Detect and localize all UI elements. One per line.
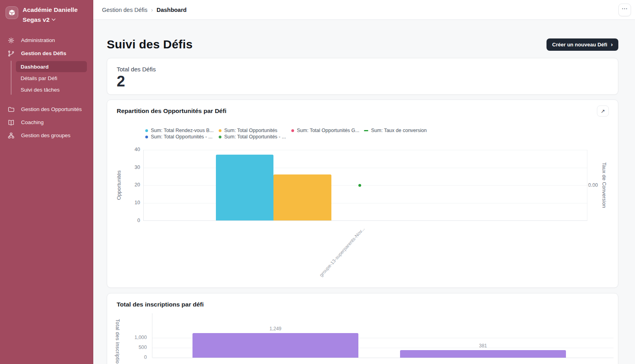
sidebar-item-gestion-des-opportunites[interactable]: Gestion des Opportunités	[0, 103, 93, 116]
sidebar-item-label: Coaching	[21, 119, 44, 125]
sidebar-item-label: Gestion des Défis	[21, 50, 66, 56]
legend-item-opportunites-2[interactable]: Sum: Total Opportunités - ...	[145, 134, 212, 140]
legend-dash-icon	[364, 130, 368, 131]
sidebar-item-label: Administration	[21, 37, 55, 43]
y-axis-tick: 20	[123, 182, 140, 188]
sidebar-item-dashboard[interactable]: Dashboard	[16, 61, 87, 72]
cube-logo-icon	[8, 9, 16, 17]
page-title: Suivi des Défis	[107, 38, 192, 51]
gridline	[144, 168, 587, 168]
workspace-name: Académie Danielle Segas v2	[23, 5, 87, 24]
breadcrumb-parent[interactable]: Gestion des Défis	[102, 7, 147, 13]
y-axis-tick: 0	[127, 354, 147, 360]
y-axis-tick: 0	[123, 218, 140, 223]
sidebar-item-label: Gestion des groupes	[21, 132, 71, 138]
gear-icon	[8, 37, 14, 44]
sidebar-item-coaching[interactable]: Coaching	[0, 116, 93, 129]
bar-value-label: 381	[479, 343, 487, 349]
gridline	[144, 185, 595, 186]
legend-dot-icon	[219, 129, 221, 132]
page-header: Suivi des Défis Créer un nouveau Défi ›	[107, 38, 618, 51]
create-defi-button[interactable]: Créer un nouveau Défi ›	[546, 38, 618, 51]
more-icon: ⋯	[622, 5, 628, 12]
stats-label: Total des Défis	[117, 66, 608, 73]
y-axis-tick: 500	[127, 345, 147, 350]
y-axis-label-left: Opportunités	[116, 171, 122, 200]
legend-dot-icon	[291, 129, 294, 132]
total-defis-card: Total des Défis 2	[107, 58, 618, 95]
y-axis-tick: 10	[123, 200, 140, 205]
y-axis-tick: 40	[123, 147, 140, 152]
y-axis-tick: 1,000	[127, 335, 147, 340]
expand-chart-button[interactable]: ↗	[597, 105, 609, 117]
chevron-right-icon: ›	[151, 6, 153, 13]
legend-item-opportunites[interactable]: Sum: Total Opportunités	[219, 128, 277, 133]
taux-conversion-point	[358, 184, 361, 187]
y-axis-label: Total des inscriptions	[115, 319, 120, 364]
sidebar: Académie Danielle Segas v2 Administratio…	[0, 0, 93, 364]
legend-dot-icon	[219, 136, 221, 138]
book-icon	[8, 119, 14, 126]
folder-icon	[8, 106, 14, 113]
sidebar-item-suivi-des-taches[interactable]: Suivi des tâches	[16, 84, 87, 95]
gridline	[152, 358, 614, 358]
opportunites-chart-card: Repartition des Opportunités par Défi ↗ …	[107, 100, 618, 288]
sidebar-item-gestion-des-defis[interactable]: Gestion des Défis	[0, 47, 93, 60]
y-axis-tick: 30	[123, 165, 140, 170]
sidebar-item-gestion-des-groupes[interactable]: Gestion des groupes	[0, 129, 93, 142]
org-icon	[8, 132, 14, 139]
legend-item-taux-conversion[interactable]: Sum: Taux de conversion	[364, 128, 427, 133]
main-area: Gestion des Défis › Dashboard ⋯ Suivi de…	[93, 0, 635, 364]
sidebar-item-details-par-defi[interactable]: Détails par Défi	[16, 73, 87, 84]
page-content: Suivi des Défis Créer un nouveau Défi › …	[93, 20, 635, 364]
sidebar-item-label: Gestion des Opportunités	[21, 106, 82, 112]
legend-item-rendezvous[interactable]: Sum: Total Rendez-vous B...	[145, 128, 214, 133]
gridline	[144, 150, 587, 150]
breadcrumb-current: Dashboard	[156, 7, 187, 13]
chart-plot-area: 1,249 381	[152, 313, 614, 358]
bar-rendezvous	[216, 155, 273, 220]
brand-logo	[6, 6, 18, 19]
chart-plot-area	[143, 150, 587, 221]
more-options-button[interactable]: ⋯	[618, 4, 631, 16]
legend-item-opportunites-3[interactable]: Sum: Total Opportunités - ...	[219, 134, 286, 140]
branch-icon	[8, 50, 14, 57]
chart-title: Total des inscriptions par défi	[117, 301, 204, 308]
sidebar-nav: Administration Gestion des Défis Dashboa…	[0, 28, 93, 142]
chevron-right-icon: ›	[611, 41, 613, 47]
inscriptions-chart-card: Total des inscriptions par défi Total de…	[107, 293, 618, 364]
bar-inscriptions-1	[192, 333, 358, 358]
chart-title: Repartition des Opportunités par Défi	[117, 107, 226, 115]
stats-value: 2	[117, 73, 608, 90]
legend-item-opportunites-g[interactable]: Sum: Total Opportunités G...	[291, 128, 359, 133]
legend-dot-icon	[145, 129, 148, 132]
workspace-switcher[interactable]: Académie Danielle Segas v2	[0, 0, 93, 28]
bar-value-label: 1,249	[269, 326, 281, 331]
y-axis-label-right: Taux de Conversion	[601, 163, 607, 208]
expand-icon: ↗	[601, 108, 605, 114]
chevron-down-icon	[52, 14, 56, 23]
bar-inscriptions-2	[400, 350, 566, 358]
nav-spacer	[0, 98, 93, 103]
gridline	[144, 203, 587, 203]
topbar: Gestion des Défis › Dashboard ⋯	[93, 0, 635, 20]
legend-dot-icon	[145, 136, 148, 138]
x-axis-category-label: groupe-13-superparents-Nov...	[318, 226, 366, 278]
bar-opportunites	[273, 174, 331, 220]
defis-submenu: Dashboard Détails par Défi Suivi des tâc…	[0, 60, 93, 98]
sidebar-item-administration[interactable]: Administration	[0, 34, 93, 47]
